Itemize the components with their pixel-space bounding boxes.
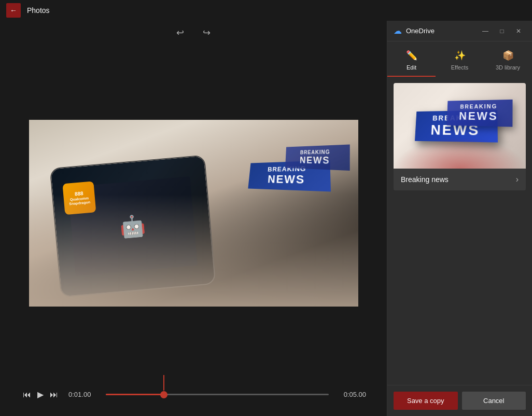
forward-button[interactable]: ⏭ (48, 388, 60, 401)
back-button[interactable]: ← (6, 3, 21, 18)
save-copy-button[interactable]: Save a copy (394, 392, 458, 410)
news-text-side: NEWS (299, 155, 330, 166)
maximize-button[interactable]: □ (495, 24, 509, 38)
cancel-button[interactable]: Cancel (462, 392, 526, 410)
tab-3d-library[interactable]: 📦 3D library (484, 46, 532, 77)
rewind-button[interactable]: ⏮ (21, 388, 33, 401)
close-button[interactable]: ✕ (511, 24, 526, 38)
edit-tab-icon: ✏️ (406, 50, 417, 61)
sidebar-title: OneDrive (406, 27, 435, 35)
sidebar-title-left: ☁ OneDrive (394, 26, 435, 36)
app-title: Photos (27, 6, 50, 15)
effects-tab-label: Effects (451, 64, 468, 71)
playhead-line (163, 375, 164, 391)
sidebar-titlebar: ☁ OneDrive — □ ✕ (387, 21, 532, 41)
onedrive-icon: ☁ (394, 26, 402, 36)
redo-button[interactable]: ↪ (199, 25, 215, 40)
sidebar: ☁ OneDrive — □ ✕ ✏️ Edit ✨ Effects 📦 3D … (387, 21, 532, 416)
card-arrow-icon: › (516, 175, 519, 184)
card-glow (394, 137, 526, 169)
card-title: Breaking news (401, 175, 449, 184)
current-time: 0:01.00 (68, 391, 97, 398)
timeline-area: ⏮ ▶ ⏭ 0:01.00 0:05.00 (21, 387, 366, 401)
minimize-button[interactable]: — (478, 24, 493, 38)
control-buttons: ⏮ ▶ ⏭ (21, 387, 60, 401)
sidebar-window-controls: — □ ✕ (478, 24, 526, 38)
breaking-news-card[interactable]: BREAKING NEWS BREAKING NEWS Breaking new… (394, 83, 526, 190)
effects-tab-icon: ✨ (454, 50, 466, 61)
sidebar-content: BREAKING NEWS BREAKING NEWS Breaking new… (387, 77, 532, 385)
thumb-side-breaking-text: BREAKING (460, 103, 497, 109)
phone-scene: 🤖 888 Qualcomm Snapdragon (29, 120, 358, 307)
title-bar-left: ← Photos (6, 3, 50, 18)
total-time: 0:05.00 (337, 391, 366, 398)
thumb-side-news-text: NEWS (458, 109, 498, 123)
main-layout: ↩ ↪ 🤖 (0, 21, 532, 416)
hands-silhouette (29, 195, 358, 307)
player-controls: ⏮ ▶ ⏭ 0:01.00 0:05.00 (0, 381, 387, 416)
thumb-side-block: BREAKING NEWS (446, 99, 512, 127)
editor-toolbar: ↩ ↪ (0, 21, 387, 45)
edit-tab-label: Edit (407, 64, 416, 71)
track-progress (106, 394, 164, 395)
back-icon: ← (10, 6, 17, 15)
timeline-track[interactable] (106, 390, 329, 400)
play-button[interactable]: ▶ (35, 387, 46, 401)
tab-effects[interactable]: ✨ Effects (436, 46, 484, 77)
title-bar: ← Photos (0, 0, 532, 21)
breaking-text-side: BREAKING (300, 148, 330, 155)
card-footer: Breaking news › (394, 169, 526, 190)
sidebar-tabs: ✏️ Edit ✨ Effects 📦 3D library (387, 41, 532, 77)
news-text-main: NEWS (267, 172, 305, 186)
playhead-thumb[interactable] (160, 391, 167, 398)
3d-library-tab-label: 3D library (496, 64, 520, 71)
news-block-side: BREAKING NEWS (285, 144, 349, 170)
3d-library-tab-icon: 📦 (502, 50, 514, 61)
undo-button[interactable]: ↩ (172, 25, 188, 40)
video-panel: ↩ ↪ 🤖 (0, 21, 387, 416)
card-thumbnail: BREAKING NEWS BREAKING NEWS (394, 83, 526, 169)
track-background (106, 394, 329, 395)
tab-edit[interactable]: ✏️ Edit (387, 46, 436, 77)
sidebar-bottom-buttons: Save a copy Cancel (387, 385, 532, 416)
video-frame: 🤖 888 Qualcomm Snapdragon (29, 120, 358, 307)
video-container: 🤖 888 Qualcomm Snapdragon (0, 45, 387, 381)
